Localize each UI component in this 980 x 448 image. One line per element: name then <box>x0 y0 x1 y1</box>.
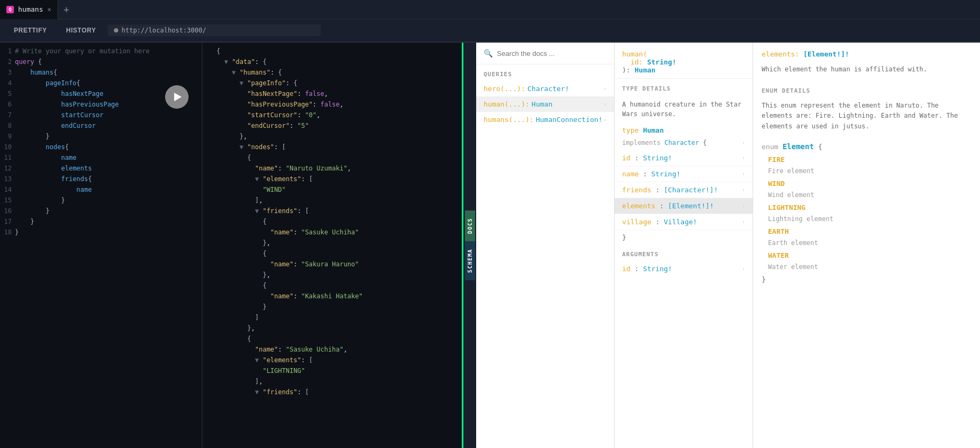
editor-line: } <box>15 131 202 142</box>
editor-line: query { <box>15 56 202 67</box>
field-name-id: id <box>622 154 631 162</box>
url-bar[interactable]: http://localhost:3000/ <box>108 25 321 36</box>
result-line: { <box>202 216 462 227</box>
field-colon: : <box>659 202 668 210</box>
enum-value-fire[interactable]: FIRE <box>762 153 971 166</box>
enum-value-water-desc: Water element <box>762 262 971 273</box>
result-line: } <box>202 302 462 312</box>
url-text: http://localhost:3000/ <box>121 27 206 34</box>
result-line: ], <box>202 195 462 206</box>
editor-line: } <box>15 216 202 227</box>
main-area: 12345 678910 1112131415 161718 # Write y… <box>0 43 980 448</box>
field-type-village: Village! <box>664 218 697 226</box>
docs-query-human[interactable]: human(...): Human › <box>476 96 614 112</box>
result-line: "LIGHTNING" <box>202 365 462 376</box>
query-type-humans: HumanConnection! <box>536 116 602 124</box>
run-query-button[interactable] <box>165 85 189 109</box>
enum-open-brace: { <box>818 143 822 151</box>
result-line: }, <box>202 238 462 248</box>
field-name[interactable]: name : String! › <box>615 166 753 182</box>
enum-value-lightning[interactable]: LIGHTNING <box>762 201 971 214</box>
arg-id[interactable]: id : String! › <box>615 261 753 276</box>
enum-value-earth[interactable]: EARTH <box>762 225 971 238</box>
chevron-right-icon: › <box>742 266 745 272</box>
field-colon: : <box>634 154 643 162</box>
type-keyword: human( <box>622 50 647 58</box>
tab-label: humans <box>18 5 43 13</box>
detail-description: Which element the human is affiliated wi… <box>762 62 971 81</box>
result-line: { <box>202 248 462 259</box>
type-closing: ): <box>622 66 634 74</box>
result-line: ▼ "elements": [ <box>202 174 462 184</box>
result-line: ▼ "pageInfo": { <box>202 78 462 88</box>
chevron-right-icon: › <box>742 140 745 146</box>
editor-line: endCursor <box>15 120 202 131</box>
search-icon: 🔍 <box>484 49 493 58</box>
detail-field-name: elements: <box>762 50 803 58</box>
queries-section-label: QUERIES <box>476 64 614 81</box>
editor-line: name <box>15 184 202 195</box>
type-details-section-label: TYPE DETAILS <box>615 79 753 95</box>
chevron-right-icon: › <box>603 86 607 92</box>
docs-tab[interactable]: DOCS <box>465 210 475 241</box>
result-line: { <box>202 280 462 291</box>
detail-field-type: [Element!]! <box>803 50 849 58</box>
history-button[interactable]: HISTORY <box>59 23 103 37</box>
new-tab-button[interactable]: + <box>58 4 75 15</box>
active-tab[interactable]: Q humans × <box>0 0 58 19</box>
chevron-right-icon: › <box>742 219 745 225</box>
chevron-right-icon: › <box>742 171 745 177</box>
field-elements[interactable]: elements : [Element!]! › <box>615 198 753 214</box>
arg-type-id: String! <box>643 265 672 273</box>
field-name-village: village <box>622 218 651 226</box>
editor-pane[interactable]: 12345 678910 1112131415 161718 # Write y… <box>0 43 202 448</box>
result-line: "startCursor": "0", <box>202 110 462 120</box>
docs-query-humans[interactable]: humans(...): HumanConnection! › <box>476 112 614 127</box>
tab-close-button[interactable]: × <box>47 6 51 13</box>
enum-section-label: ENUM DETAILS <box>762 81 971 99</box>
prettify-button[interactable]: PRETTIFY <box>6 23 54 37</box>
editor-line: } <box>15 206 202 216</box>
implements-line[interactable]: implements Character { › <box>615 135 753 150</box>
enum-value-earth-desc: Earth element <box>762 238 971 249</box>
search-box[interactable]: 🔍 <box>476 43 614 64</box>
result-line: "hasPreviousPage": false, <box>202 99 462 110</box>
tab-bar: Q humans × + <box>0 0 980 19</box>
enum-keyword: enum <box>762 143 782 151</box>
field-friends[interactable]: friends : [Character!]! › <box>615 182 753 198</box>
enum-value-water[interactable]: WATER <box>762 249 971 262</box>
detail-title: elements: [Element!]! <box>762 43 971 62</box>
field-name-elements: elements <box>622 202 656 210</box>
chevron-right-icon: › <box>603 117 607 123</box>
docs-query-hero[interactable]: hero(...): Character! › <box>476 81 614 96</box>
result-line: ], <box>202 376 462 387</box>
type-header-line2: id: String! <box>622 58 745 66</box>
schema-tab[interactable]: SCHEMA <box>465 241 475 280</box>
field-colon: : <box>656 218 664 226</box>
enum-value-fire-desc: Fire element <box>762 166 971 177</box>
result-line: { <box>202 152 462 163</box>
editor-line: elements <box>15 163 202 174</box>
sidebar-tabs: DOCS SCHEMA <box>463 43 476 448</box>
result-line: }, <box>202 131 462 142</box>
enum-value-lightning-desc: Lightning element <box>762 214 971 225</box>
enum-value-wind[interactable]: WIND <box>762 177 971 190</box>
result-line: ▼ "elements": [ <box>202 355 462 365</box>
result-pane[interactable]: { ▼ "data": { ▼ "humans": { ▼ "pageInfo"… <box>202 43 463 448</box>
field-type-name: String! <box>651 170 681 178</box>
editor-line: } <box>15 227 202 238</box>
field-village[interactable]: village : Village! › <box>615 214 753 230</box>
implements-kw: implements <box>622 139 664 146</box>
type-header-line1: human( <box>622 50 745 58</box>
result-line: ▼ "friends": [ <box>202 206 462 216</box>
editor-line: name <box>15 152 202 163</box>
result-line: ▼ "nodes": [ <box>202 142 462 152</box>
result-line: "name": "Sasuke Uchiha" <box>202 227 462 238</box>
type-return: Human <box>634 66 655 74</box>
editor-line: nodes{ <box>15 142 202 152</box>
search-input[interactable] <box>497 50 607 58</box>
type-description: A humanoid creature in the Star Wars uni… <box>615 95 753 123</box>
result-line: }, <box>202 323 462 333</box>
editor-line: # Write your query or mutation here <box>15 46 202 56</box>
field-id[interactable]: id : String! › <box>615 150 753 166</box>
